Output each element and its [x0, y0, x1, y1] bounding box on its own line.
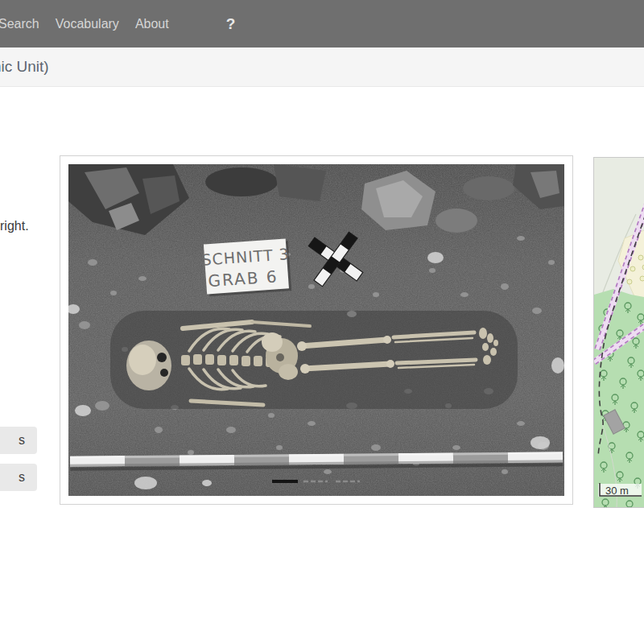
nav-item-vocabulary[interactable]: Vocabulary	[56, 17, 119, 31]
side-button-2[interactable]: s	[0, 464, 37, 491]
site-map[interactable]: 30 m	[594, 158, 644, 507]
help-icon[interactable]: ?	[226, 15, 236, 33]
page-title-bar: hic Unit)	[0, 47, 644, 87]
nav-item-search[interactable]: Search	[0, 17, 39, 31]
grave-sign: SCHNITT 3 GRAB 6	[200, 238, 292, 296]
map-scale-control: 30 m	[598, 483, 642, 497]
description-text-fragment: right.	[0, 219, 29, 233]
map-panel: 30 m	[593, 157, 644, 508]
photo-panel: SCHNITT 3 GRAB 6	[60, 155, 573, 505]
map-scale-label: 30 m	[605, 485, 629, 497]
top-navbar: Search Vocabulary About ?	[0, 0, 644, 47]
excavation-photo[interactable]: SCHNITT 3 GRAB 6	[68, 164, 564, 496]
side-button-1[interactable]: s	[0, 427, 37, 454]
page-title: hic Unit)	[0, 58, 49, 76]
forest-area	[594, 289, 644, 507]
nav-item-about[interactable]: About	[135, 17, 169, 31]
